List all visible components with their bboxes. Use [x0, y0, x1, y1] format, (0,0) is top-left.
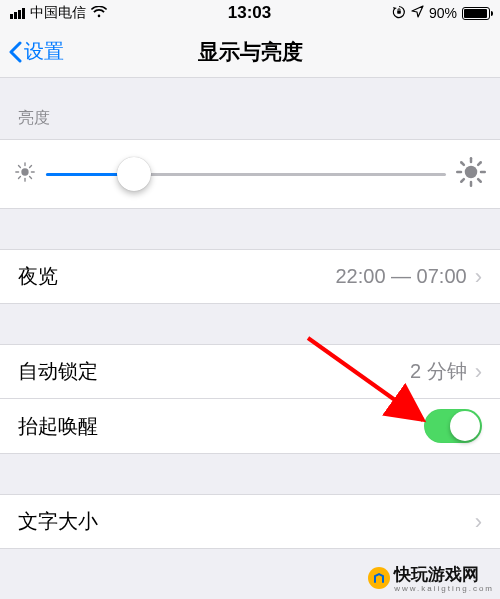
watermark-sub: www.kaiigting.com — [394, 584, 494, 593]
svg-line-17 — [461, 179, 464, 182]
wifi-icon — [91, 5, 107, 21]
raise-to-wake-row: 抬起唤醒 — [0, 399, 500, 454]
auto-lock-row[interactable]: 自动锁定 2 分钟 › — [0, 344, 500, 399]
clock: 13:03 — [228, 3, 271, 23]
svg-line-9 — [30, 165, 32, 167]
chevron-right-icon: › — [475, 266, 482, 288]
text-size-row[interactable]: 文字大小 › — [0, 494, 500, 549]
nav-bar: 设置 显示与亮度 — [0, 26, 500, 78]
night-shift-label: 夜览 — [18, 263, 58, 290]
text-size-value: › — [475, 511, 482, 533]
svg-line-8 — [18, 177, 20, 179]
watermark: 快玩游戏网 www.kaiigting.com — [368, 563, 494, 593]
brightness-header: 亮度 — [0, 78, 500, 139]
back-button[interactable]: 设置 — [8, 38, 64, 65]
chevron-right-icon: › — [475, 361, 482, 383]
orientation-lock-icon — [392, 5, 406, 22]
chevron-right-icon: › — [475, 511, 482, 533]
sun-big-icon — [456, 157, 486, 191]
battery-pct: 90% — [429, 5, 457, 21]
night-shift-value: 22:00 — 07:00 › — [335, 265, 482, 288]
location-icon — [411, 5, 424, 21]
raise-to-wake-label: 抬起唤醒 — [18, 413, 98, 440]
watermark-text: 快玩游戏网 — [394, 565, 479, 584]
back-label: 设置 — [24, 38, 64, 65]
battery-icon — [462, 7, 490, 20]
auto-lock-label: 自动锁定 — [18, 358, 98, 385]
brightness-row — [0, 139, 500, 209]
toggle-knob — [450, 411, 480, 441]
status-left: 中国电信 — [10, 4, 107, 22]
status-bar: 中国电信 13:03 90% — [0, 0, 500, 26]
chevron-left-icon — [8, 41, 22, 63]
slider-thumb[interactable] — [117, 157, 151, 191]
text-size-label: 文字大小 — [18, 508, 98, 535]
signal-icon — [10, 8, 25, 19]
page-title: 显示与亮度 — [0, 38, 500, 66]
svg-line-15 — [461, 162, 464, 165]
svg-line-6 — [18, 165, 20, 167]
night-shift-row[interactable]: 夜览 22:00 — 07:00 › — [0, 249, 500, 304]
svg-point-10 — [465, 166, 478, 179]
svg-line-18 — [478, 162, 481, 165]
svg-rect-0 — [397, 10, 401, 13]
status-right: 90% — [392, 5, 490, 22]
raise-to-wake-toggle[interactable] — [424, 409, 482, 443]
carrier-label: 中国电信 — [30, 4, 86, 22]
svg-point-1 — [21, 168, 28, 175]
svg-line-7 — [30, 177, 32, 179]
sun-small-icon — [14, 161, 36, 187]
watermark-logo-icon — [368, 567, 390, 589]
brightness-slider[interactable] — [46, 173, 446, 176]
svg-line-16 — [478, 179, 481, 182]
auto-lock-value: 2 分钟 › — [410, 358, 482, 385]
